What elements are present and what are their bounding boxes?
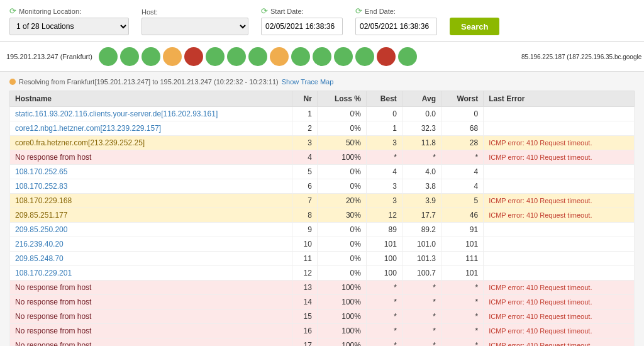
cell-nr: 7 [292,194,317,208]
col-avg: Avg [402,91,441,107]
col-worst: Worst [441,91,484,107]
cell-loss: 0% [317,165,366,179]
cell-best: 100 [366,252,402,266]
location-circle-5[interactable] [206,47,225,66]
table-row: No response from host 16 100% * * * ICMP… [10,324,635,338]
cell-hostname: 209.85.248.70 [10,252,292,266]
cell-loss: 0% [317,179,366,194]
cell-error [484,266,635,281]
cell-error: ICMP error: 410 Request timeout. [484,136,635,150]
location-circle-2[interactable] [142,47,160,66]
cell-hostname: No response from host [10,281,292,295]
cell-hostname: 108.170.252.83 [10,179,292,194]
location-circle-9[interactable] [291,47,310,66]
cell-error: ICMP error: 410 Request timeout. [484,338,635,347]
monitoring-location-label: ⟳ Monitoring Location: [9,6,129,16]
cell-error [484,223,635,237]
table-row: 209.85.250.200 9 0% 89 89.2 91 [10,223,635,237]
cell-best: 89 [366,223,402,237]
show-trace-map-link[interactable]: Show Trace Map [282,78,334,86]
location-circle-10[interactable] [313,47,331,66]
refresh-icon: ⟳ [9,6,16,16]
location-circle-6[interactable] [227,47,246,66]
cell-nr: 17 [292,338,317,347]
cell-worst: 91 [441,223,484,237]
location-circle-11[interactable] [334,47,353,66]
cell-loss: 100% [317,310,366,324]
cell-error: ICMP error: 410 Request timeout. [484,208,635,223]
cell-worst: 28 [441,136,484,150]
cell-hostname: 108.170.229.201 [10,266,292,281]
cell-hostname: 209.85.250.200 [10,223,292,237]
cell-loss: 20% [317,194,366,208]
cell-best: 100 [366,266,402,281]
cell-nr: 10 [292,237,317,252]
cell-worst: * [441,324,484,338]
cell-avg: * [402,281,441,295]
cell-best: 12 [366,208,402,223]
search-button[interactable]: Search [450,18,499,35]
start-date-input[interactable] [261,18,343,35]
col-hostname: Hostname [10,91,292,107]
cell-worst: 68 [441,121,484,136]
location-circle-1[interactable] [120,47,139,66]
location-circle-0[interactable] [99,47,118,66]
end-date-input[interactable] [355,18,437,35]
trace-dot [9,79,16,85]
circles-container [96,47,518,66]
cell-worst: 0 [441,107,484,121]
location-circle-14[interactable] [398,47,417,66]
cell-loss: 0% [317,121,366,136]
cell-nr: 6 [292,179,317,194]
start-date-group: ⟳ Start Date: [261,6,343,35]
cell-best: 0 [366,107,402,121]
location-circle-8[interactable] [270,47,289,66]
table-body: static.161.93.202.116.clients.your-serve… [10,107,635,347]
cell-worst: 46 [441,208,484,223]
cell-avg: * [402,150,441,165]
table-row: 209.85.248.70 11 0% 100 101.3 111 [10,252,635,266]
cell-loss: 30% [317,208,366,223]
cell-worst: * [441,150,484,165]
cell-hostname: 216.239.40.20 [10,237,292,252]
cell-hostname: No response from host [10,295,292,310]
cell-worst: 5 [441,194,484,208]
cell-error: ICMP error: 410 Request timeout. [484,281,635,295]
location-circle-4[interactable] [184,47,203,66]
cell-nr: 5 [292,165,317,179]
location-circle-7[interactable] [248,47,267,66]
location-circle-12[interactable] [355,47,374,66]
location-circle-3[interactable] [163,47,182,66]
table-row: No response from host 17 100% * * * ICMP… [10,338,635,347]
cell-loss: 0% [317,223,366,237]
cell-avg: * [402,338,441,347]
cell-best: 3 [366,136,402,150]
cell-nr: 16 [292,324,317,338]
monitoring-location-select[interactable]: 1 of 28 Locations [9,18,129,35]
cell-hostname: No response from host [10,338,292,347]
cell-nr: 13 [292,281,317,295]
table-row: static.161.93.202.116.clients.your-serve… [10,107,635,121]
cell-nr: 1 [292,107,317,121]
cell-best: * [366,295,402,310]
trace-text: Resolving from Frankfurt[195.201.213.247… [19,78,279,86]
cell-error [484,107,635,121]
table-row: 209.85.251.177 8 30% 12 17.7 46 ICMP err… [10,208,635,223]
location-circle-13[interactable] [377,47,396,66]
cell-avg: 101.3 [402,252,441,266]
cell-error: ICMP error: 410 Request timeout. [484,295,635,310]
host-select[interactable] [142,18,248,35]
cell-loss: 100% [317,324,366,338]
cell-best: * [366,310,402,324]
cell-error: ICMP error: 410 Request timeout. [484,150,635,165]
cell-worst: * [441,338,484,347]
cell-nr: 2 [292,121,317,136]
cell-best: 3 [366,179,402,194]
cell-avg: 89.2 [402,223,441,237]
cell-avg: * [402,295,441,310]
cell-loss: 100% [317,295,366,310]
cell-avg: 17.7 [402,208,441,223]
end-date-label: ⟳ End Date: [355,6,437,16]
cell-worst: 101 [441,266,484,281]
cell-avg: 3.8 [402,179,441,194]
